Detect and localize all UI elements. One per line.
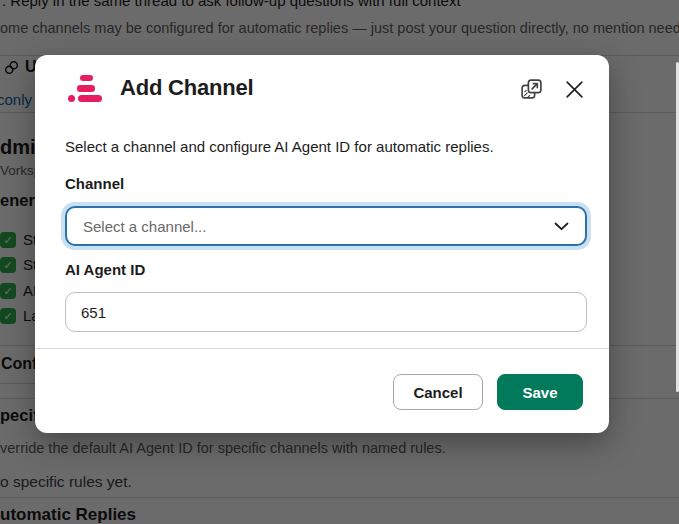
agent-id-input[interactable] [65, 292, 587, 332]
agent-id-label: AI Agent ID [65, 261, 145, 278]
channel-select[interactable]: Select a channel... [65, 206, 587, 246]
cancel-button[interactable]: Cancel [393, 374, 483, 410]
dialog-description: Select a channel and configure AI Agent … [65, 138, 494, 155]
add-channel-dialog: Add Channel Select a channel and configu… [35, 55, 609, 433]
close-icon[interactable] [564, 79, 585, 100]
open-in-new-window-icon[interactable] [519, 77, 544, 102]
dialog-title: Add Channel [120, 75, 253, 101]
screen: . Reply in the same thread to ask follow… [0, 0, 679, 524]
footer-divider [35, 348, 609, 349]
app-logo-icon [68, 75, 102, 105]
channel-select-placeholder: Select a channel... [83, 218, 206, 235]
dialog-header-actions [519, 77, 585, 102]
save-button[interactable]: Save [497, 374, 583, 410]
channel-label: Channel [65, 175, 124, 192]
chevron-down-icon [554, 222, 569, 231]
